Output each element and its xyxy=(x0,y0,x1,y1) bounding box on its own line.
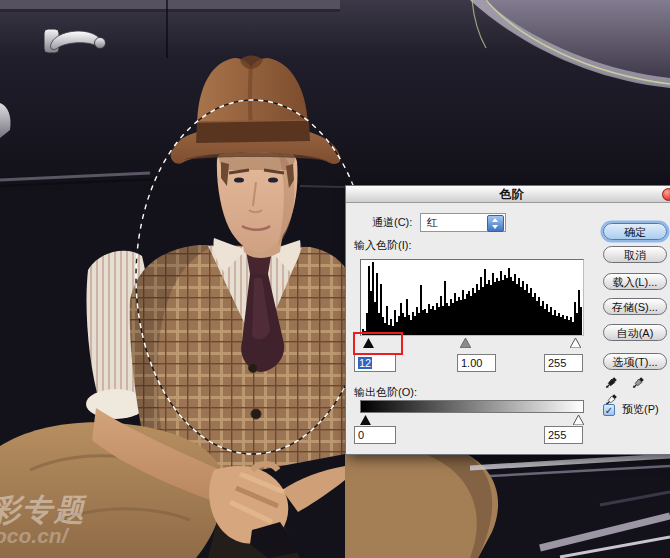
output-highlight-field[interactable]: 255 xyxy=(544,426,583,444)
options-button[interactable]: 选项(T)... xyxy=(603,353,667,370)
save-button[interactable]: 存储(S)... xyxy=(603,298,667,315)
cancel-button[interactable]: 取消 xyxy=(603,246,667,263)
output-highlight-value: 255 xyxy=(548,429,566,441)
load-button[interactable]: 载入(L)... xyxy=(603,273,667,290)
auto-button[interactable]: 自动(A) xyxy=(603,324,667,341)
gray-point-eyedropper-icon[interactable] xyxy=(630,376,645,393)
black-point-eyedropper-icon[interactable] xyxy=(603,376,618,393)
midtone-slider[interactable] xyxy=(460,338,471,350)
input-highlight-value: 255 xyxy=(548,357,566,369)
vest-button xyxy=(251,409,261,419)
preview-label: 预览(P) xyxy=(622,403,659,415)
channel-value: 红 xyxy=(426,214,437,231)
close-button[interactable] xyxy=(662,188,670,201)
dropdown-stepper-icon[interactable] xyxy=(487,215,504,232)
output-shadow-value: 0 xyxy=(358,429,364,441)
channel-dropdown[interactable]: 红 xyxy=(420,213,506,232)
histogram xyxy=(360,259,584,336)
preview-option: ✓ 预览(P) xyxy=(603,402,659,415)
vest-button xyxy=(249,364,258,373)
output-levels-label: 输出色阶(O): xyxy=(354,385,417,400)
histogram-bars xyxy=(362,262,582,335)
input-shadow-field[interactable]: 12 xyxy=(354,354,396,372)
input-gamma-field[interactable]: 1.00 xyxy=(457,354,496,372)
output-shadow-field[interactable]: 0 xyxy=(354,426,396,444)
channel-row: 通道(C): 红 xyxy=(372,213,506,232)
tutorial-highlight-box xyxy=(353,332,403,355)
dialog-title: 色阶 xyxy=(346,186,670,202)
ok-button[interactable]: 确定 xyxy=(603,223,667,240)
levels-dialog: 色阶 通道(C): 红 输入色阶(I): 12 1.00 255 输出色阶(O)… xyxy=(345,185,670,455)
input-levels-label: 输入色阶(I): xyxy=(354,238,411,253)
highlight-slider[interactable] xyxy=(570,338,581,350)
dialog-titlebar[interactable]: 色阶 xyxy=(346,186,670,203)
hat-band xyxy=(196,120,310,143)
eye xyxy=(268,177,278,182)
input-shadow-value: 12 xyxy=(358,357,372,369)
output-gradient-bar xyxy=(360,400,584,413)
eye xyxy=(234,177,244,182)
channel-label: 通道(C): xyxy=(372,216,412,228)
input-gamma-value: 1.00 xyxy=(461,357,482,369)
output-sliders xyxy=(360,414,584,425)
input-highlight-field[interactable]: 255 xyxy=(544,354,583,372)
preview-checkbox[interactable]: ✓ xyxy=(603,404,615,416)
